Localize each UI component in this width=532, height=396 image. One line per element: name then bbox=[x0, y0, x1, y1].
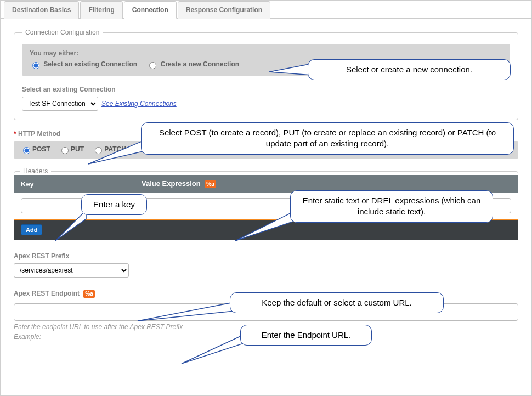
radio-put-label: PUT bbox=[71, 145, 84, 153]
tab-response-configuration[interactable]: Response Configuration bbox=[178, 1, 270, 19]
callout-http-method: Select POST (to create a record), PUT (t… bbox=[141, 122, 514, 155]
radio-put-input[interactable] bbox=[61, 147, 69, 154]
radio-existing-connection[interactable]: Select an existing Connection bbox=[30, 60, 139, 68]
radio-patch[interactable]: PATCH bbox=[92, 145, 126, 153]
radio-new-connection-label: Create a new Connection bbox=[161, 60, 239, 68]
apex-endpoint-label-text: Apex REST Endpoint bbox=[14, 290, 80, 297]
radio-existing-connection-label: Select an existing Connection bbox=[43, 60, 137, 68]
radio-post-input[interactable] bbox=[23, 147, 30, 154]
connection-configuration-legend: Connection Configuration bbox=[22, 29, 103, 36]
radio-new-connection-input[interactable] bbox=[149, 62, 156, 69]
existing-connection-select[interactable]: Test SF Connection bbox=[22, 97, 98, 111]
headers-legend: Headers bbox=[20, 167, 51, 175]
radio-new-connection[interactable]: Create a new Connection bbox=[146, 60, 239, 68]
callout-prefix: Keep the default or select a custom URL. bbox=[230, 292, 444, 313]
tab-destination-basics[interactable]: Destination Basics bbox=[4, 1, 79, 19]
headers-col-key: Key bbox=[14, 175, 135, 193]
connection-prompt: You may either: bbox=[30, 49, 502, 57]
radio-put[interactable]: PUT bbox=[59, 145, 84, 153]
tab-bar: Destination Basics Filtering Connection … bbox=[1, 1, 531, 19]
callout-value: Enter static text or DREL expressions (w… bbox=[290, 190, 493, 223]
radio-post-label: POST bbox=[32, 145, 50, 153]
drel-badge-icon: %a bbox=[83, 290, 94, 298]
callout-endpoint: Enter the Endpoint URL. bbox=[240, 325, 372, 346]
radio-post[interactable]: POST bbox=[20, 145, 50, 153]
callout-key: Enter a key bbox=[81, 194, 147, 215]
see-existing-connections-link[interactable]: See Existing Connections bbox=[101, 100, 177, 108]
add-header-button[interactable]: Add bbox=[21, 224, 42, 235]
radio-patch-label: PATCH bbox=[104, 145, 126, 153]
radio-existing-connection-input[interactable] bbox=[32, 62, 39, 69]
headers-col-value-text: Value Expression bbox=[142, 179, 201, 188]
radio-patch-input[interactable] bbox=[95, 147, 102, 154]
callout-connection: Select or create a new connection. bbox=[308, 59, 511, 80]
drel-badge-icon: %a bbox=[205, 180, 216, 188]
apex-prefix-label: Apex REST Prefix bbox=[14, 252, 518, 260]
tab-connection[interactable]: Connection bbox=[124, 1, 177, 19]
apex-prefix-select[interactable]: /services/apexrest bbox=[14, 263, 129, 278]
existing-connection-label: Select an existing Connection bbox=[22, 86, 510, 93]
tab-filtering[interactable]: Filtering bbox=[80, 1, 122, 19]
